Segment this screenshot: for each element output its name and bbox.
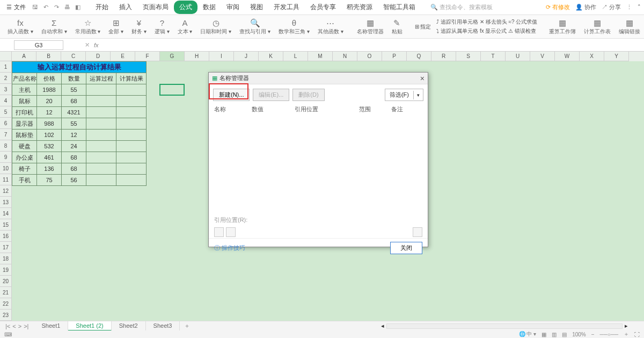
col-S[interactable]: S	[456, 52, 481, 61]
row-18[interactable]: 18	[0, 253, 12, 264]
col-I[interactable]: I	[209, 52, 234, 61]
col-T[interactable]: T	[481, 52, 506, 61]
row-7[interactable]: 7	[0, 129, 12, 140]
ribbon-日期和时间[interactable]: ◷日期和时间 ▾	[197, 18, 235, 35]
col-E[interactable]: E	[111, 52, 135, 61]
fullscreen-icon[interactable]: ⛶	[634, 332, 640, 337]
col-B[interactable]: B	[36, 52, 61, 61]
sheet-tab-0[interactable]: Sheet1	[34, 321, 68, 331]
col-W[interactable]: W	[555, 52, 580, 61]
close-icon[interactable]: ×	[420, 74, 425, 83]
view-break-icon[interactable]: ▤	[562, 332, 567, 337]
view-page-icon[interactable]: ▥	[552, 332, 557, 337]
row-19[interactable]: 19	[0, 264, 12, 276]
tab-8[interactable]: 会员专享	[305, 1, 341, 14]
add-sheet-button[interactable]: ＋	[180, 322, 194, 330]
tab-2[interactable]: 页面布局	[137, 1, 174, 14]
tab-6[interactable]: 视图	[245, 1, 268, 14]
row-11[interactable]: 11	[0, 174, 12, 185]
row-5[interactable]: 5	[0, 106, 12, 118]
name-box[interactable]: G3	[14, 40, 63, 50]
ribbon-文本[interactable]: A文本 ▾	[174, 18, 196, 35]
share-button[interactable]: ↗ 分享	[602, 3, 621, 11]
ime-indicator[interactable]: 🌐 中 ▾	[519, 330, 537, 338]
col-Q[interactable]: Q	[407, 52, 431, 61]
row-9[interactable]: 9	[0, 152, 12, 163]
print-icon[interactable]: 🖶	[63, 4, 71, 11]
sheet-tab-3[interactable]: Sheet3	[146, 321, 180, 331]
tab-4[interactable]: 数据	[197, 1, 221, 14]
row-20[interactable]: 20	[0, 276, 12, 287]
tab-5[interactable]: 审阅	[221, 1, 245, 14]
ribbon-粘贴[interactable]: ✎粘贴	[389, 18, 406, 35]
col-M[interactable]: M	[308, 52, 333, 61]
row-22[interactable]: 22	[0, 298, 12, 310]
preview-icon[interactable]: ◧	[74, 4, 82, 11]
ref-zoom-icon[interactable]	[413, 227, 422, 237]
new-button[interactable]: 新建(N)...	[213, 89, 250, 101]
ribbon-其他函数[interactable]: ⋯其他函数 ▾	[314, 18, 347, 35]
tips-link[interactable]: ⓘ 操作技巧	[214, 244, 245, 252]
row-2[interactable]: 2	[0, 73, 12, 84]
ribbon-名称管理器[interactable]: ▦名称管理器	[354, 18, 387, 35]
redo-icon[interactable]: ↷	[53, 4, 60, 11]
file-menu[interactable]: ☰ 文件	[3, 2, 29, 12]
ribbon-全部[interactable]: ⊞全部 ▾	[105, 18, 127, 35]
ribbon-查找与引用[interactable]: 🔍查找与引用 ▾	[236, 18, 274, 35]
more-icon[interactable]: ⋮	[626, 4, 632, 11]
undo-icon[interactable]: ↶	[42, 4, 49, 11]
zoom-out-icon[interactable]: −	[591, 332, 595, 337]
col-J[interactable]: J	[234, 52, 259, 61]
row-21[interactable]: 21	[0, 287, 12, 298]
row-3[interactable]: 3	[0, 84, 12, 95]
row-10[interactable]: 10	[0, 163, 12, 174]
row-14[interactable]: 14	[0, 208, 12, 219]
col-D[interactable]: D	[86, 52, 111, 61]
hscroll[interactable]: ◂▸	[381, 322, 644, 329]
fx-area[interactable]: ⤫fx	[85, 41, 99, 48]
col-Y[interactable]: Y	[604, 52, 629, 61]
tab-7[interactable]: 开发工具	[268, 1, 305, 14]
dialog-titlebar[interactable]: ▦ 名称管理器 ×	[209, 73, 428, 84]
ribbon-插入函数[interactable]: fx插入函数 ▾	[4, 18, 37, 35]
zoom-in-icon[interactable]: ＋	[624, 330, 629, 338]
row-12[interactable]: 12	[0, 185, 12, 197]
tab-3[interactable]: 公式	[174, 1, 197, 14]
row-13[interactable]: 13	[0, 197, 12, 208]
sheet-tab-2[interactable]: Sheet2	[112, 321, 146, 331]
col-P[interactable]: P	[382, 52, 407, 61]
row-15[interactable]: 15	[0, 219, 12, 231]
save-icon[interactable]: 🖫	[31, 4, 39, 11]
col-H[interactable]: H	[185, 52, 209, 61]
row-4[interactable]: 4	[0, 95, 12, 106]
collab-button[interactable]: 👤 协作	[575, 3, 596, 11]
close-button[interactable]: 关闭	[390, 242, 422, 254]
col-L[interactable]: L	[283, 52, 308, 61]
row-16[interactable]: 16	[0, 231, 12, 242]
ribbon-数学和三角[interactable]: θ数学和三角 ▾	[275, 18, 313, 35]
filter-dropdown[interactable]: 筛选(F)▾	[385, 89, 423, 101]
ribbon-逻辑[interactable]: ?逻辑 ▾	[151, 18, 173, 35]
tab-1[interactable]: 插入	[114, 1, 137, 14]
col-R[interactable]: R	[431, 52, 456, 61]
row-8[interactable]: 8	[0, 140, 12, 152]
col-O[interactable]: O	[357, 52, 382, 61]
col-A[interactable]: A	[12, 52, 36, 61]
row-1[interactable]: 1	[0, 61, 12, 73]
search-box[interactable]: 🔍 查找命令、搜索模板	[430, 3, 493, 11]
data-table[interactable]: 输入运算过程自动计算结果产品名称价格数量运算过程计算结果主机198855鼠标20…	[12, 61, 147, 186]
ribbon-自动求和[interactable]: Σ自动求和 ▾	[38, 18, 71, 35]
col-G[interactable]: G	[160, 52, 185, 61]
col-F[interactable]: F	[135, 52, 160, 61]
dialog-list[interactable]	[209, 114, 428, 214]
row-6[interactable]: 6	[0, 118, 12, 129]
col-X[interactable]: X	[580, 52, 604, 61]
row-17[interactable]: 17	[0, 242, 12, 253]
col-N[interactable]: N	[333, 52, 357, 61]
col-C[interactable]: C	[61, 52, 86, 61]
select-all-corner[interactable]	[0, 52, 12, 61]
tab-10[interactable]: 智能工具箱	[378, 1, 421, 14]
col-V[interactable]: V	[530, 52, 555, 61]
row-23[interactable]: 23	[0, 310, 12, 321]
caret-icon[interactable]: ˄	[638, 4, 641, 11]
